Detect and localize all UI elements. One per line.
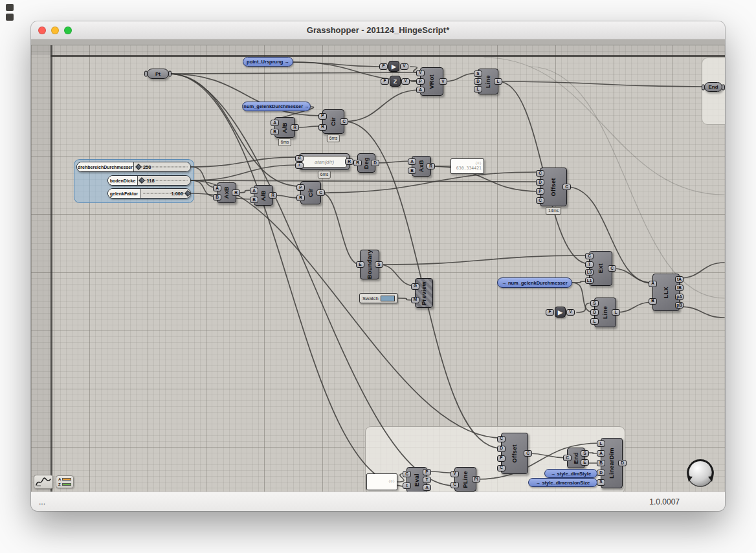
port-b[interactable]: B — [213, 194, 221, 201]
port-c[interactable]: C — [450, 482, 459, 488]
port-v[interactable]: V — [439, 78, 447, 85]
zoom-button[interactable] — [64, 27, 72, 34]
slider-knob[interactable] — [184, 190, 191, 197]
port-a[interactable]: A — [250, 188, 258, 194]
slider-knob[interactable] — [139, 177, 146, 184]
port-r[interactable]: R — [296, 195, 305, 201]
scribble-label-style-dimensionsize[interactable]: → style_dimensionSize — [528, 478, 597, 487]
toggle-toggle-2[interactable]: FZV — [381, 76, 410, 87]
param-pt[interactable]: Pt — [147, 69, 169, 79]
component-mul-2[interactable]: AxBABR — [217, 182, 236, 203]
scribble-label-num-gelenkdurchmesser-out[interactable]: num_gelenkDurchmesser → — [242, 102, 311, 111]
param-end-1[interactable]: End — [704, 82, 722, 92]
component-div-2[interactable]: A/BABR — [254, 185, 273, 206]
port-f[interactable]: F — [381, 78, 389, 85]
port-r[interactable]: r — [295, 162, 304, 169]
component-cir-1[interactable]: CirPRC6ms — [322, 109, 344, 134]
navigation-ball[interactable] — [684, 457, 717, 490]
port-d[interactable]: D — [474, 78, 482, 85]
port-p[interactable]: P — [497, 455, 506, 462]
port-a[interactable]: A — [271, 120, 279, 126]
port-b[interactable]: B — [597, 460, 605, 466]
port-r[interactable]: R — [291, 124, 299, 131]
component-div-1[interactable]: A/BABR6ms — [274, 117, 295, 138]
color-chip[interactable] — [381, 296, 395, 301]
port-ta[interactable]: tA — [675, 276, 684, 283]
port-d[interactable]: D — [536, 179, 544, 186]
port-c[interactable]: C — [608, 265, 616, 272]
port-f[interactable]: F — [546, 309, 554, 316]
canvas[interactable]: Ptpoint_Ursprung →num_gelenkDurchmesser … — [31, 39, 725, 492]
port-c[interactable]: C — [563, 455, 572, 461]
port-pb[interactable]: pB — [675, 302, 684, 309]
port-p[interactable]: P — [296, 184, 305, 191]
port-l1[interactable]: L1 — [585, 277, 594, 284]
scribble-label-style-dimstyle[interactable]: → style_dimStyle — [544, 469, 597, 478]
slider-slider-drehbereich[interactable]: drehbereichDurchmesser250 — [76, 162, 191, 172]
toggle-toggle-3[interactable]: F▶V — [546, 307, 575, 318]
input-nub[interactable] — [702, 84, 705, 90]
port-r[interactable]: R — [232, 190, 240, 196]
port-v[interactable]: V — [566, 309, 575, 316]
component-ext[interactable]: ExtCTL0L1C — [589, 251, 612, 286]
component-line-1[interactable]: LineSDLL — [478, 69, 498, 94]
port-a[interactable]: A — [416, 87, 425, 93]
port-pl[interactable]: Pl — [472, 476, 480, 483]
port-c[interactable]: C — [536, 197, 544, 204]
port-r[interactable]: R — [427, 163, 435, 169]
port-d[interactable]: D — [618, 460, 627, 466]
component-offset-2[interactable]: OffsetCDPCC — [501, 433, 528, 474]
slider-slider-gelenkfaktor[interactable]: gelenkFaktor1.000 — [107, 188, 191, 199]
port-r[interactable]: R — [269, 192, 277, 199]
port-b[interactable]: B — [250, 197, 258, 203]
port-s[interactable]: S — [597, 479, 605, 486]
toggle-icon[interactable]: ▶ — [388, 61, 399, 72]
slider-knob[interactable] — [135, 164, 142, 170]
output-nub[interactable] — [722, 84, 725, 90]
slider-slider-bodendicke[interactable]: bodenDicke118 — [107, 175, 191, 186]
toggle-icon[interactable]: Z — [390, 76, 401, 87]
port-v[interactable]: V — [416, 70, 425, 76]
component-eval[interactable]: EvalCtPTA — [406, 467, 427, 492]
port-e[interactable]: E — [356, 261, 364, 268]
component-offset-1[interactable]: OffsetCDPCC14ms — [540, 168, 567, 206]
port-l[interactable]: L — [494, 78, 502, 85]
port-s[interactable]: S — [590, 300, 599, 307]
port-a[interactable]: A — [408, 158, 416, 165]
port-b[interactable]: B — [408, 168, 416, 174]
component-pline[interactable]: PLineVCPl — [454, 467, 476, 492]
port-p[interactable]: P — [416, 78, 425, 85]
port-c[interactable]: C — [562, 184, 571, 190]
port-c[interactable]: C — [403, 471, 411, 477]
port-c[interactable]: C — [340, 118, 348, 125]
az-widget[interactable]: AZ — [56, 475, 74, 488]
input-nub[interactable] — [144, 71, 148, 77]
toggle-icon[interactable]: ▶ — [555, 307, 566, 318]
port-c[interactable]: C — [317, 190, 325, 196]
port-f[interactable]: F — [379, 63, 388, 70]
port-d[interactable]: D — [590, 309, 599, 316]
port-c[interactable]: C — [497, 465, 506, 472]
swatch-swatch[interactable]: Swatch — [359, 293, 398, 303]
port-e[interactable]: E — [581, 459, 589, 466]
port-s[interactable]: S — [375, 261, 383, 268]
port-l0[interactable]: L0 — [585, 269, 594, 276]
port-s[interactable]: S — [474, 70, 482, 77]
port-m[interactable]: M — [411, 297, 419, 303]
panel-panel-2[interactable]: {0} — [366, 473, 397, 490]
port-l[interactable]: L — [612, 309, 620, 316]
port-l[interactable]: L — [597, 440, 605, 447]
port-r[interactable]: R — [345, 158, 353, 165]
component-end-2[interactable]: EndCSE — [567, 448, 585, 468]
component-vrot[interactable]: VRotVPAV — [420, 67, 443, 96]
port-l[interactable]: L — [590, 318, 599, 325]
statusbar-menu[interactable]: ... — [39, 497, 45, 506]
port-b[interactable]: B — [649, 298, 657, 305]
titlebar[interactable]: Grasshopper - 201124_HingeScript* — [31, 21, 725, 39]
port-p[interactable]: P — [423, 469, 431, 475]
component-boundary[interactable]: BoundaryES — [360, 250, 379, 279]
panel-panel-1[interactable]: {0}630.334421 — [450, 158, 484, 174]
port-g[interactable]: G — [411, 283, 419, 290]
port-v[interactable]: V — [401, 78, 410, 85]
port-c[interactable]: C — [524, 450, 532, 457]
